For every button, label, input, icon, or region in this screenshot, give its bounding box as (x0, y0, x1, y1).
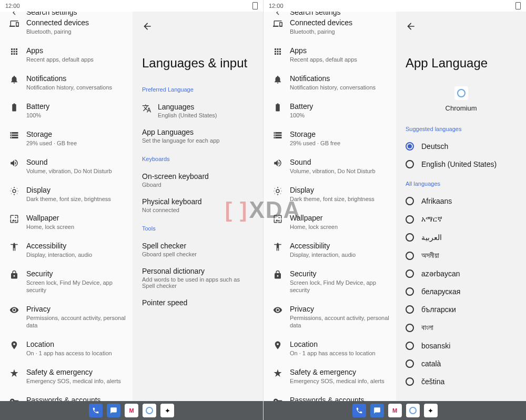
setting-subtitle: English (United States) (158, 112, 217, 118)
gmail-app-icon[interactable]: M (125, 404, 138, 417)
sidebar-item-connected-devices[interactable]: Connected devicesBluetooth, pairing (264, 18, 396, 41)
phone-app-icon[interactable] (89, 404, 103, 417)
radio-icon (406, 233, 414, 242)
language-option[interactable]: azərbaycan (406, 265, 517, 283)
sidebar-item-privacy[interactable]: PrivacyPermissions, account activity, pe… (264, 299, 396, 334)
page-title: Languages & input (142, 56, 254, 71)
sidebar-item-label: Accessibility (290, 241, 390, 251)
settings-sidebar: Search settingsConnected devicesBluetoot… (0, 12, 133, 401)
sidebar-item-subtitle: On · 1 app has access to location (26, 349, 126, 357)
language-option[interactable]: አማርኛ (406, 210, 517, 228)
section-all-languages: All languages (406, 181, 517, 187)
sidebar-item-battery[interactable]: Battery100% (0, 96, 133, 124)
sidebar-item-label: Storage (26, 129, 126, 139)
language-option[interactable]: беларуская (406, 283, 517, 301)
sidebar-item-notifications[interactable]: NotificationsNotification history, conve… (264, 68, 396, 96)
chrome-app-icon[interactable] (143, 404, 156, 417)
language-option[interactable]: অসমীয়া (406, 246, 517, 265)
sidebar-item-label: Search settings (290, 12, 390, 17)
radio-icon (406, 197, 414, 205)
sidebar-item-privacy[interactable]: PrivacyPermissions, account activity, pe… (0, 299, 133, 334)
setting-title: Languages (158, 103, 217, 111)
sidebar-item-label: Sound (290, 157, 390, 167)
sidebar-item-display[interactable]: DisplayDark theme, font size, brightness (264, 180, 396, 208)
back-button[interactable] (406, 12, 517, 32)
setting-title: App Languages (142, 128, 219, 136)
language-option[interactable]: български (406, 301, 517, 318)
gmail-app-icon[interactable]: M (388, 404, 402, 417)
apps-icon (6, 46, 22, 56)
sidebar-item-display[interactable]: DisplayDark theme, font size, brightness (0, 180, 133, 208)
sidebar-item-label: Passwords & accounts (290, 395, 390, 401)
sidebar-item-sound[interactable]: SoundVolume, vibration, Do Not Disturb (264, 152, 396, 180)
photos-app-icon[interactable]: ✦ (424, 404, 438, 417)
sidebar-item-sound[interactable]: SoundVolume, vibration, Do Not Disturb (0, 152, 133, 180)
page-title: App Language (406, 56, 517, 71)
setting-languages[interactable]: LanguagesEnglish (United States) (142, 98, 254, 123)
app-name: Chromium (406, 104, 517, 112)
language-option[interactable]: Deutsch (406, 137, 517, 155)
sound-icon (6, 157, 22, 168)
language-option[interactable]: বাংলা (406, 318, 517, 337)
sidebar-item-notifications[interactable]: NotificationsNotification history, conve… (0, 68, 133, 96)
language-option[interactable]: čeština (406, 373, 517, 391)
setting-personal-dictionary[interactable]: Personal dictionaryAdd words to be used … (142, 262, 254, 294)
sidebar-item-safety-emergency[interactable]: Safety & emergencyEmergency SOS, medical… (264, 362, 396, 390)
sidebar-item-subtitle: Display, interaction, audio (290, 251, 390, 258)
language-label: Deutsch (414, 142, 448, 151)
sidebar-item-apps[interactable]: AppsRecent apps, default apps (264, 41, 396, 68)
sidebar-item-label: Location (26, 339, 126, 349)
language-option[interactable]: English (United States) (406, 155, 517, 173)
setting-app-languages[interactable]: App LanguagesSet the language for each a… (142, 123, 254, 148)
star-icon (6, 367, 22, 378)
setting-spell-checker[interactable]: Spell checkerGboard spell checker (142, 237, 254, 262)
chromium-app-icon (454, 86, 468, 100)
sidebar-item-wallpaper[interactable]: WallpaperHome, lock screen (264, 208, 396, 236)
setting-on-screen-keyboard[interactable]: On-screen keyboardGboard (142, 167, 254, 193)
sidebar-item-storage[interactable]: Storage29% used · GB free (264, 124, 396, 152)
sidebar-item-accessibility[interactable]: AccessibilityDisplay, interaction, audio (0, 236, 133, 264)
sidebar-item-wallpaper[interactable]: WallpaperHome, lock screen (0, 208, 133, 236)
eye-icon (270, 304, 286, 315)
chrome-app-icon[interactable] (406, 404, 420, 417)
sidebar-item-security[interactable]: SecurityScreen lock, Find My Device, app… (264, 264, 396, 299)
storage-icon (6, 129, 22, 140)
sidebar-item-security[interactable]: SecurityScreen lock, Find My Device, app… (0, 264, 133, 299)
sidebar-item-subtitle: 100% (290, 112, 390, 119)
sidebar-item-accessibility[interactable]: AccessibilityDisplay, interaction, audio (264, 236, 396, 264)
photos-app-icon[interactable]: ✦ (160, 404, 174, 417)
language-option[interactable]: العربية (406, 228, 517, 246)
radio-icon (406, 359, 414, 368)
sidebar-item-passwords-accounts[interactable]: Passwords & accountsSaved passwords, aut… (0, 390, 133, 401)
setting-pointer-speed[interactable]: Pointer speed (142, 294, 254, 312)
detail-panel-app-language: App Language Chromium Suggested language… (396, 12, 526, 401)
section-label: Keyboards (142, 156, 254, 162)
sidebar-item-subtitle: 29% used · GB free (290, 139, 390, 147)
sidebar-item-connected-devices[interactable]: Connected devicesBluetooth, pairing (0, 18, 133, 41)
messages-app-icon[interactable] (370, 404, 384, 417)
sidebar-item-subtitle: Volume, vibration, Do Not Disturb (26, 167, 126, 175)
sidebar-item-safety-emergency[interactable]: Safety & emergencyEmergency SOS, medical… (0, 362, 133, 390)
setting-physical-keyboard[interactable]: Physical keyboardNot connected (142, 193, 254, 218)
phone-left: 12:00 Search settingsConnected devicesBl… (0, 0, 263, 420)
section-label: Preferred Language (142, 86, 254, 93)
sidebar-item-location[interactable]: LocationOn · 1 app has access to locatio… (264, 334, 396, 362)
sidebar-item-battery[interactable]: Battery100% (264, 96, 396, 124)
phone-app-icon[interactable] (352, 404, 366, 417)
language-option[interactable]: català (406, 355, 517, 373)
sidebar-item-label: Security (290, 269, 390, 278)
sidebar-item-apps[interactable]: AppsRecent apps, default apps (0, 41, 133, 68)
language-label: azərbaycan (414, 269, 460, 278)
messages-app-icon[interactable] (107, 404, 120, 417)
language-option[interactable]: Afrikaans (406, 192, 517, 210)
back-button[interactable] (142, 12, 254, 32)
setting-title: Personal dictionary (142, 267, 254, 275)
sidebar-item-passwords-accounts[interactable]: Passwords & accountsSaved passwords, aut… (264, 390, 396, 401)
sidebar-item-location[interactable]: LocationOn · 1 app has access to locatio… (0, 334, 133, 362)
radio-icon (406, 252, 414, 260)
setting-title: Pointer speed (142, 298, 187, 307)
clock: 12:00 (5, 3, 20, 9)
language-option[interactable]: bosanski (406, 337, 517, 355)
sidebar-item-storage[interactable]: Storage29% used · GB free (0, 124, 133, 152)
sidebar-item-label: Wallpaper (290, 213, 390, 223)
